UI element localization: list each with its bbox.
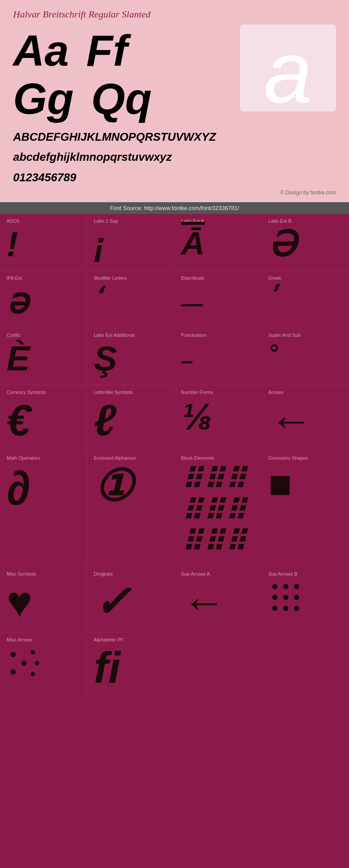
glyph-row-5: Math Operators ∂ Enclosed Alphanum ① Blo… bbox=[0, 451, 349, 567]
svg-point-1 bbox=[283, 584, 288, 589]
cell-label-geoshapes: Geometric Shapes bbox=[268, 455, 308, 461]
copyright: © Design by fontke.com bbox=[13, 187, 336, 198]
cell-label-greek: Greek bbox=[268, 275, 281, 281]
cell-glyph-encalpha: ① bbox=[94, 464, 133, 508]
svg-point-3 bbox=[272, 595, 277, 600]
cell-superandsub: Super And Sub ° bbox=[262, 328, 349, 385]
cell-label-latinexta: Latin Ext A bbox=[181, 218, 204, 224]
cell-latin1sup: Latin 1 Sup ¡ bbox=[87, 214, 174, 271]
cell-arrows: Arrows ← bbox=[262, 385, 349, 451]
cell-greek: Greek ʹ bbox=[262, 271, 349, 328]
top-section: Halvar Breitschrift Regular Slanted Aa F… bbox=[0, 0, 349, 202]
glyph-row-7: Misc Arrows Alphabetic PF fi bbox=[0, 633, 349, 698]
svg-point-14 bbox=[35, 661, 39, 665]
svg-point-9 bbox=[10, 652, 16, 657]
cell-punctuation: Punctuation – bbox=[174, 328, 262, 385]
cell-label-diacriticals: Diacriticals bbox=[181, 275, 204, 281]
svg-point-2 bbox=[294, 584, 299, 589]
cell-ipaext: IPA Ext ə bbox=[0, 271, 87, 328]
cell-empty1 bbox=[174, 633, 262, 698]
cell-label-encalpha: Enclosed Alphanum bbox=[94, 455, 136, 461]
cell-label-alphapf: Alphabetic PF bbox=[94, 637, 123, 642]
cell-suparrowb: Sup Arrows B bbox=[262, 567, 349, 632]
cell-label-miscarrows: Misc Arrows bbox=[7, 637, 32, 642]
cell-label-blockelems: Block Elements bbox=[181, 455, 214, 461]
cell-numberforms: Number Forms ⅛ bbox=[174, 385, 262, 451]
cell-glyph-blockelems: ⠿⠿⠿⠿⠿⠿⠿⠿⠿ bbox=[181, 464, 246, 558]
alphabet-upper: ABCDEFGHIJKLMNOPQRSTUVWXYZ bbox=[13, 129, 336, 145]
cell-letterlike: Letterlike Symbols ℓ bbox=[87, 385, 174, 451]
font-title: Halvar Breitschrift Regular Slanted bbox=[13, 9, 336, 20]
cell-suparrowa: Sup Arrows A ← bbox=[174, 567, 262, 632]
cell-label-ascii: ASCII bbox=[7, 218, 19, 224]
glyph-row-2: IPA Ext ə Modifier Letters ʻ Diacritical… bbox=[0, 271, 349, 328]
cell-glyph-greek: ʹ bbox=[268, 284, 276, 310]
cell-label-latinextadd: Latin Ext Additional bbox=[94, 332, 135, 338]
cell-dingbats: Dingbats ✓ bbox=[87, 567, 174, 632]
cell-encalpha: Enclosed Alphanum ① bbox=[87, 451, 174, 566]
cell-latinextadd: Latin Ext Additional Ş bbox=[87, 328, 174, 385]
glyph-aa: Aa bbox=[13, 29, 69, 72]
cell-label-latinextb: Latin Ext B bbox=[268, 218, 291, 224]
cell-glyph-alphapf: fi bbox=[94, 646, 120, 689]
svg-point-12 bbox=[31, 650, 35, 654]
alphabet-lower: abcdefghijklmnopqrstuvwxyz bbox=[13, 149, 336, 165]
svg-point-6 bbox=[272, 606, 277, 611]
cell-label-cyrillic: Cyrillic bbox=[7, 332, 21, 338]
svg-point-4 bbox=[283, 595, 288, 600]
cell-label-miscsymbols: Misc Symbols bbox=[7, 571, 36, 576]
cell-miscsymbols: Misc Symbols ♥ bbox=[0, 567, 87, 632]
glyph-gg: Gg bbox=[13, 77, 74, 120]
cell-glyph-ipaext: ə bbox=[7, 284, 28, 319]
cell-label-mathops: Math Operators bbox=[7, 455, 40, 461]
font-source-bar: Font Source: http://www.fontke.com/font/… bbox=[0, 202, 349, 214]
cell-label-latin1sup: Latin 1 Sup bbox=[94, 218, 118, 224]
glyph-row-3: Cyrillic Ѐ Latin Ext Additional Ş Punctu… bbox=[0, 328, 349, 385]
svg-point-5 bbox=[294, 595, 299, 600]
svg-point-7 bbox=[283, 606, 288, 611]
cell-glyph-mathops: ∂ bbox=[7, 464, 30, 512]
cell-glyph-cyrillic: Ѐ bbox=[7, 341, 30, 376]
glyph-grid: ASCII ! Latin 1 Sup ¡ Latin Ext A Ā Lati… bbox=[0, 214, 349, 698]
cell-latinexta: Latin Ext A Ā bbox=[174, 214, 262, 271]
cell-label-ipaext: IPA Ext bbox=[7, 275, 22, 281]
cell-modletters: Modifier Letters ʻ bbox=[87, 271, 174, 328]
cell-glyph-miscsymbols: ♥ bbox=[7, 580, 32, 624]
cell-label-suparrowb: Sup Arrows B bbox=[268, 571, 298, 576]
cell-glyph-latinexta: Ā bbox=[181, 227, 205, 260]
cell-currency: Currency Symbols € bbox=[0, 385, 87, 451]
glyph-row-6: Misc Symbols ♥ Dingbats ✓ Sup Arrows A ←… bbox=[0, 567, 349, 633]
cell-label-dingbats: Dingbats bbox=[94, 571, 113, 576]
cell-diacriticals: Diacriticals — bbox=[174, 271, 262, 328]
glyph-row-4: Currency Symbols € Letterlike Symbols ℓ … bbox=[0, 385, 349, 451]
cell-glyph-modletters: ʻ bbox=[94, 284, 102, 310]
cell-miscarrows: Misc Arrows bbox=[0, 633, 87, 698]
glyph-ff: Ff bbox=[86, 29, 127, 72]
cell-label-modletters: Modifier Letters bbox=[94, 275, 127, 281]
cell-glyph-currency: € bbox=[7, 398, 31, 442]
glyph-row-1: ASCII ! Latin 1 Sup ¡ Latin Ext A Ā Lati… bbox=[0, 214, 349, 271]
cell-glyph-ascii: ! bbox=[7, 227, 18, 262]
cell-label-suparrowa: Sup Arrows A bbox=[181, 571, 210, 576]
svg-point-11 bbox=[10, 669, 16, 675]
cell-label-arrows: Arrows bbox=[268, 390, 283, 395]
cell-glyph-arrows: ← bbox=[268, 398, 312, 442]
cell-label-letterlike: Letterlike Symbols bbox=[94, 390, 133, 395]
cell-label-numberforms: Number Forms bbox=[181, 390, 213, 395]
cell-glyph-superandsub: ° bbox=[268, 341, 278, 365]
svg-point-10 bbox=[21, 661, 27, 666]
cell-glyph-letterlike: ℓ bbox=[94, 398, 116, 442]
svg-point-8 bbox=[294, 606, 299, 611]
cell-ascii: ASCII ! bbox=[0, 214, 87, 271]
cell-glyph-latin1sup: ¡ bbox=[94, 227, 106, 262]
glyph-qq: Qq bbox=[91, 77, 152, 120]
cell-glyph-dingbats: ✓ bbox=[94, 580, 130, 624]
big-letter-bg: a bbox=[240, 24, 336, 112]
cell-glyph-suparrowa: ← bbox=[181, 580, 225, 624]
cell-glyph-latinextb: Ə bbox=[268, 227, 296, 262]
cell-glyph-diacriticals: — bbox=[181, 293, 203, 315]
svg-point-0 bbox=[272, 584, 277, 589]
cell-glyph-punctuation: – bbox=[181, 350, 193, 372]
cell-cyrillic: Cyrillic Ѐ bbox=[0, 328, 87, 385]
cell-label-currency: Currency Symbols bbox=[7, 390, 46, 395]
